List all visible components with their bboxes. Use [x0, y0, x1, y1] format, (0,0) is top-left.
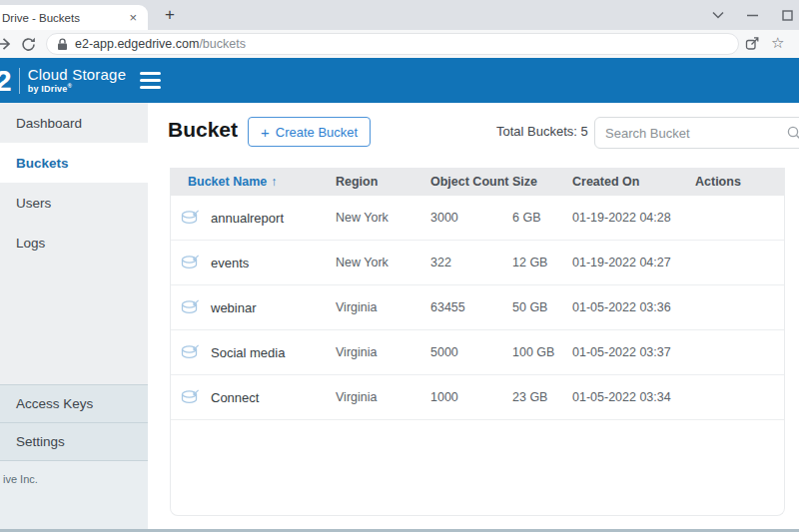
browser-tab[interactable]: Drive - Buckets ×: [0, 5, 148, 30]
browser-tab-bar: Drive - Buckets × +: [0, 0, 799, 30]
bucket-icon: [181, 299, 211, 316]
sidebar-item-logs[interactable]: Logs: [0, 223, 148, 263]
bookmark-star-icon[interactable]: ☆: [771, 34, 784, 52]
forward-icon[interactable]: [0, 36, 12, 56]
table-row[interactable]: Social media Virginia 5000 100 GB 01-05-…: [171, 330, 784, 375]
bucket-object-count: 3000: [430, 211, 512, 225]
reload-icon[interactable]: [21, 37, 36, 56]
bucket-created-on: 01-05-2022 03:34: [572, 390, 695, 404]
url-host: e2-app.edgedrive.com: [75, 37, 199, 51]
sidebar-item-users[interactable]: Users: [0, 183, 148, 223]
bucket-size: 50 GB: [512, 300, 572, 314]
bucket-created-on: 01-05-2022 03:36: [572, 300, 695, 314]
bucket-icon: [181, 255, 211, 271]
column-header-created-on: Created On: [572, 175, 695, 189]
bucket-name[interactable]: annualreport: [211, 211, 336, 226]
bucket-name[interactable]: Social media: [211, 345, 336, 360]
bucket-created-on: 01-05-2022 03:37: [572, 345, 695, 359]
table-row[interactable]: events New York 322 12 GB 01-19-2022 04:…: [171, 241, 784, 285]
sidebar-item-access-keys[interactable]: Access Keys: [0, 385, 148, 423]
sidebar-footer-text: ive Inc.: [0, 461, 148, 529]
hamburger-menu-icon[interactable]: [140, 72, 161, 89]
bucket-object-count: 63455: [430, 300, 512, 314]
logo-divider: [19, 68, 20, 94]
app-header: 2 Cloud Storage by IDrive®: [0, 58, 799, 103]
url-path: /buckets: [199, 37, 246, 51]
table-row[interactable]: Connect Virginia 1000 23 GB 01-05-2022 0…: [171, 375, 784, 420]
tab-title: Drive - Buckets: [2, 12, 126, 24]
address-bar[interactable]: e2-app.edgedrive.com/buckets: [46, 33, 739, 55]
url-text: e2-app.edgedrive.com/buckets: [75, 37, 246, 51]
main-content: Bucket + Create Bucket Total Buckets: 5 …: [148, 103, 799, 529]
window-controls: [712, 0, 793, 30]
browser-toolbar: e2-app.edgedrive.com/buckets ☆: [0, 30, 799, 58]
bucket-region: Virginia: [336, 345, 430, 359]
column-header-bucket-name[interactable]: Bucket Name↑: [181, 175, 336, 189]
bucket-icon: [181, 344, 211, 361]
page-title: Bucket: [168, 118, 238, 142]
search-bucket: [594, 117, 799, 149]
sidebar-item-settings[interactable]: Settings: [0, 423, 148, 461]
table-row[interactable]: annualreport New York 3000 6 GB 01-19-20…: [171, 196, 784, 241]
table-row[interactable]: webinar Virginia 63455 50 GB 01-05-2022 …: [171, 285, 784, 330]
bucket-region: New York: [336, 256, 430, 269]
buckets-table: Bucket Name↑ Region Object Count Size Cr…: [170, 168, 785, 516]
column-header-region: Region: [336, 175, 430, 189]
bucket-object-count: 322: [430, 256, 512, 269]
bucket-region: Virginia: [336, 390, 430, 404]
sidebar-spacer: [0, 263, 148, 384]
e2-logo: 2: [0, 66, 12, 96]
bucket-name[interactable]: webinar: [211, 300, 336, 315]
bucket-icon: [181, 210, 211, 227]
bucket-name[interactable]: Connect: [211, 390, 336, 405]
minimize-icon[interactable]: [747, 9, 759, 21]
share-icon[interactable]: [745, 36, 760, 55]
new-tab-button[interactable]: +: [158, 3, 182, 27]
plus-icon: +: [261, 124, 270, 141]
bucket-size: 12 GB: [512, 256, 572, 269]
tab-search-chevron-icon[interactable]: [712, 11, 724, 19]
tab-close-icon[interactable]: ×: [126, 10, 140, 25]
create-bucket-label: Create Bucket: [276, 125, 358, 140]
logo-title: Cloud Storage: [28, 67, 127, 84]
column-header-size: Size: [512, 175, 572, 189]
search-bucket-input[interactable]: [594, 117, 799, 149]
lock-icon: [57, 38, 68, 51]
bucket-created-on: 01-19-2022 04:28: [572, 211, 695, 225]
search-icon: [787, 126, 799, 144]
bucket-object-count: 5000: [430, 345, 512, 359]
sidebar-item-buckets[interactable]: Buckets: [0, 143, 148, 183]
bucket-size: 23 GB: [512, 390, 572, 404]
total-buckets-count: Total Buckets: 5: [496, 124, 588, 139]
sidebar: Dashboard Buckets Users Logs Access Keys…: [0, 103, 148, 529]
bucket-name[interactable]: events: [211, 256, 336, 270]
bucket-created-on: 01-19-2022 04:27: [572, 256, 695, 269]
sidebar-bottom-group: Access Keys Settings: [0, 384, 148, 461]
registered-mark: ®: [68, 83, 73, 89]
table-header-row: Bucket Name↑ Region Object Count Size Cr…: [171, 168, 784, 196]
bucket-region: Virginia: [336, 300, 430, 314]
maximize-icon[interactable]: [782, 10, 793, 21]
bucket-object-count: 1000: [430, 390, 512, 404]
column-header-actions: Actions: [695, 175, 784, 189]
sidebar-item-dashboard[interactable]: Dashboard: [0, 103, 148, 143]
bucket-icon: [181, 389, 211, 406]
logo-text: Cloud Storage by IDrive®: [28, 67, 127, 95]
browser-window: Drive - Buckets × + e2-app.e: [0, 0, 799, 532]
bucket-size: 6 GB: [512, 211, 572, 225]
logo-subtitle: by IDrive®: [28, 83, 127, 94]
column-header-object-count: Object Count: [430, 175, 512, 189]
bucket-size: 100 GB: [512, 345, 572, 359]
create-bucket-button[interactable]: + Create Bucket: [248, 117, 371, 147]
bucket-region: New York: [336, 211, 430, 225]
sort-ascending-icon: ↑: [271, 175, 277, 189]
